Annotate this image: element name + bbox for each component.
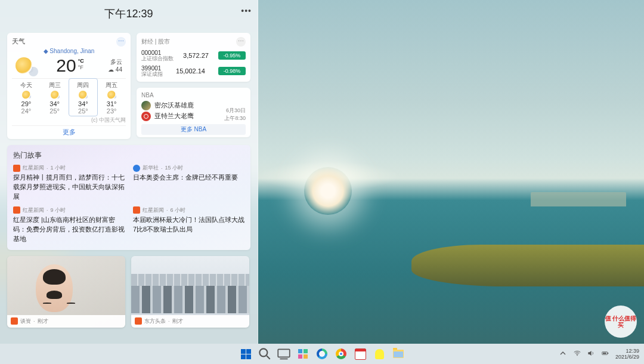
news-tile[interactable]: 谈资 · 刚才	[7, 256, 125, 328]
wallpaper-mountain	[531, 192, 626, 206]
search-icon	[257, 346, 273, 362]
svg-rect-3	[280, 359, 288, 360]
wallpaper-grass	[411, 245, 644, 286]
top-stories-card: 热门故事 红星新闻 · 1 小时探月精神丨揽月而归，踏梦而行：十七载探月梦照进现…	[7, 145, 250, 250]
task-view-icon	[276, 346, 292, 362]
weather-source: (c) 中国天气网	[12, 116, 126, 124]
chrome-button[interactable]	[333, 346, 349, 362]
forecast-day[interactable]: 周五31°23°	[97, 79, 126, 116]
watermark: 值 什么值得买	[605, 306, 637, 338]
nba-match-time: 6月30日 上午8:30	[224, 107, 246, 122]
tile-age: 刚才	[172, 317, 183, 325]
weather-condition: 多云 ☁ 44	[108, 58, 122, 73]
windows-logo-icon	[241, 349, 251, 359]
widgets-icon	[298, 349, 308, 359]
widgets-clock: 下午12:39	[104, 8, 153, 20]
svg-rect-6	[608, 353, 608, 354]
source-logo-icon	[133, 165, 140, 172]
nba-more-link[interactable]: 更多 NBA	[141, 124, 246, 135]
story-item[interactable]: 红星新闻 · 1 小时探月精神丨揽月而归，踏梦而行：十七载探月梦照进现实，中国航…	[13, 164, 125, 202]
folder-icon	[393, 350, 404, 358]
tray-overflow-button[interactable]	[558, 348, 568, 359]
forecast-day[interactable]: 周四34°25°	[69, 78, 98, 116]
svg-point-4	[577, 355, 578, 356]
forecast-icon	[79, 91, 87, 99]
weather-title: 天气	[12, 38, 25, 45]
story-item[interactable]: 红星新闻 · 9 小时红星深度 |山东临南村社区的财富密码：免费分房背后，投资数…	[13, 206, 125, 244]
widgets-button[interactable]	[295, 346, 311, 362]
forecast-icon	[51, 91, 59, 99]
forecast-day[interactable]: 今天29°24°	[12, 79, 41, 116]
widgets-panel: 下午12:39 ••• 天气 ⋯ ◆ Shandong, Jinan 20	[0, 0, 258, 344]
forecast-icon	[107, 91, 116, 99]
start-button[interactable]	[238, 346, 253, 362]
svg-line-1	[267, 356, 270, 359]
weather-card[interactable]: 天气 ⋯ ◆ Shandong, Jinan 20 °C°F 多云 ☁ 44	[7, 33, 131, 139]
source-logo-icon	[13, 165, 20, 172]
edge-button[interactable]	[314, 346, 330, 362]
calendar-app-button[interactable]	[352, 346, 368, 362]
top-stories-title: 热门故事	[13, 150, 244, 161]
forecast-day[interactable]: 周三34°25°	[41, 79, 69, 116]
tile-source: 东方头条	[144, 317, 166, 325]
svg-point-0	[259, 348, 267, 356]
news-tile[interactable]: 东方头条 · 刚才	[131, 256, 249, 328]
source-logo-icon	[135, 317, 142, 325]
tile-age: 刚才	[38, 317, 48, 325]
weather-now-icon	[16, 57, 32, 74]
nba-card[interactable]: NBA 密尔沃基雄鹿 亚特兰大老鹰 6月30日 上午8:30	[137, 88, 250, 137]
forecast-icon	[22, 91, 30, 99]
task-view-button[interactable]	[276, 346, 292, 362]
stocks-title: 财经 | 股市	[141, 38, 170, 46]
chrome-icon	[336, 348, 346, 359]
edge-icon	[317, 348, 327, 359]
weather-more-icon[interactable]: ⋯	[116, 37, 126, 47]
stock-row[interactable]: 399001深证成指15,002.14-0.98%	[141, 65, 246, 78]
source-logo-icon	[133, 206, 140, 214]
stocks-more-icon[interactable]: ⋯	[236, 37, 246, 47]
team-logo-icon	[141, 101, 151, 110]
source-logo-icon	[11, 317, 18, 325]
svg-rect-2	[278, 349, 290, 357]
tray-network-icon[interactable]	[573, 349, 581, 359]
weather-temperature: 20 °C°F	[56, 55, 83, 76]
weather-location: ◆ Shandong, Jinan	[12, 48, 126, 54]
svg-rect-7	[603, 353, 606, 354]
tray-volume-icon[interactable]	[587, 349, 595, 359]
team-logo-icon	[141, 112, 151, 121]
calendar-icon	[355, 348, 366, 360]
tray-clock[interactable]: 12:39 2021/6/29	[615, 348, 639, 360]
source-logo-icon	[13, 206, 20, 214]
tile-source: 谈资	[20, 317, 31, 325]
desktop: 下午12:39 ••• 天气 ⋯ ◆ Shandong, Jinan 20	[0, 0, 644, 364]
story-item[interactable]: 新华社 · 15 小时日本奥委会主席：金牌已经不再重要	[133, 164, 244, 202]
chevron-up-icon	[558, 348, 568, 358]
widgets-menu-button[interactable]: •••	[241, 6, 252, 16]
stocks-card[interactable]: 财经 | 股市 ⋯ 000001上证综合指数3,572.27-0.95%3990…	[137, 33, 250, 82]
tray-battery-icon[interactable]	[600, 349, 610, 359]
widgets-header: 下午12:39 •••	[0, 0, 258, 33]
snapchat-button[interactable]	[371, 346, 387, 362]
stock-row[interactable]: 000001上证综合指数3,572.27-0.95%	[141, 50, 246, 62]
ghost-icon	[375, 349, 384, 359]
story-item[interactable]: 红星新闻 · 6 小时本届欧洲杯最大冷门！法国队点球大战7比8不敌瑞士队出局	[133, 206, 244, 244]
wallpaper-sun	[304, 167, 352, 215]
nba-title: NBA	[141, 92, 246, 98]
taskbar: 12:39 2021/6/29	[0, 344, 644, 364]
explorer-button[interactable]	[391, 346, 406, 362]
search-button[interactable]	[257, 346, 273, 362]
weather-more-link[interactable]: 更多	[12, 125, 126, 137]
